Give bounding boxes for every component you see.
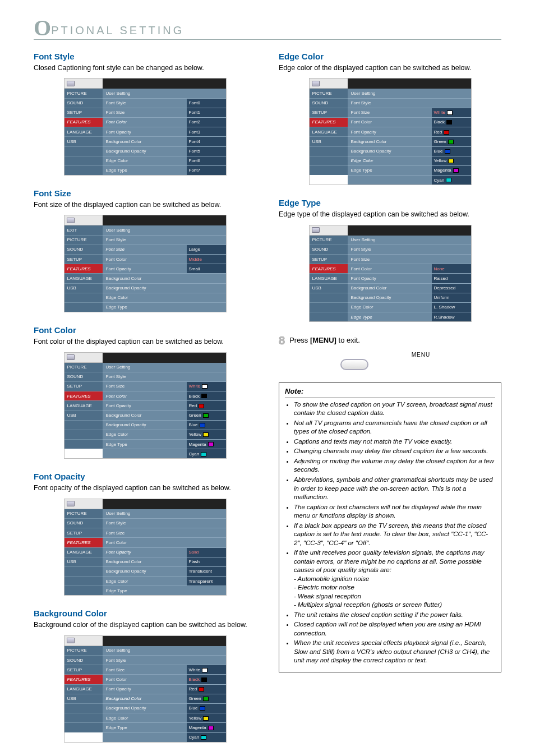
sidebar-item[interactable]: SOUND (310, 245, 348, 254)
osd-row-value[interactable]: Blue (187, 703, 226, 713)
osd-row-label[interactable]: Edge Color (103, 576, 187, 586)
osd-row-label[interactable]: Edge Color (103, 713, 187, 722)
menu-button-icon[interactable] (340, 359, 368, 370)
sidebar-item[interactable]: LANGUAGE (64, 684, 103, 694)
osd-row-label[interactable]: Font Color (103, 537, 187, 547)
osd-row-label[interactable]: User Setting (103, 225, 187, 234)
osd-row-label[interactable]: User Setting (348, 89, 432, 98)
osd-row-label[interactable]: Font Opacity (103, 400, 187, 410)
osd-row-value[interactable] (432, 98, 471, 108)
osd-row-value[interactable]: Magenta (187, 722, 226, 732)
osd-row-label[interactable]: Background Color (348, 283, 432, 293)
osd-row-value[interactable]: Translucent (187, 566, 226, 576)
osd-row-value[interactable]: Red (187, 684, 226, 694)
osd-row-label[interactable]: Font Color (103, 117, 187, 127)
osd-row-label[interactable]: Font Size (103, 245, 187, 254)
osd-row-value[interactable] (187, 528, 226, 537)
sidebar-item[interactable]: LANGUAGE (310, 273, 348, 283)
sidebar-item[interactable]: SETUP (64, 665, 103, 674)
osd-row-value[interactable]: Green (187, 694, 226, 703)
sidebar-item[interactable]: LANGUAGE (310, 127, 348, 136)
osd-row-value[interactable]: Yellow (432, 156, 471, 165)
osd-row-label[interactable]: Font Opacity (103, 264, 187, 273)
osd-row-value[interactable] (432, 236, 471, 245)
osd-row-value[interactable]: White (187, 665, 226, 674)
osd-row-label[interactable]: Font Opacity (103, 547, 187, 557)
osd-row-value[interactable] (187, 225, 226, 234)
sidebar-item[interactable]: USB (64, 694, 103, 703)
osd-row-value[interactable]: Flash (187, 557, 226, 566)
osd-row-value[interactable]: Green (187, 410, 226, 420)
sidebar-item[interactable]: SETUP (64, 254, 103, 264)
osd-row-label[interactable]: Font Style (348, 245, 432, 254)
osd-row-label[interactable]: Font Color (348, 264, 432, 273)
osd-row-label[interactable]: Background Opacity (348, 146, 432, 156)
osd-row-label[interactable]: User Setting (103, 89, 187, 98)
osd-row-label[interactable]: User Setting (103, 509, 187, 518)
osd-row-value[interactable]: Yellow (187, 713, 226, 722)
osd-row-label[interactable]: Edge Type (103, 302, 187, 312)
osd-row-label[interactable]: Font Opacity (348, 273, 432, 283)
osd-row-value[interactable] (187, 586, 226, 595)
osd-row-value[interactable]: Red (187, 400, 226, 410)
osd-row-label[interactable]: Font Style (103, 655, 187, 665)
sidebar-item[interactable]: FEATURES (310, 117, 348, 127)
osd-row-value[interactable] (432, 89, 471, 98)
osd-row-label[interactable]: Edge Type (103, 722, 187, 732)
osd-row-label[interactable]: Font Style (103, 98, 187, 108)
osd-row-label[interactable]: Edge Color (348, 302, 432, 312)
sidebar-item[interactable]: FEATURES (64, 117, 103, 127)
osd-row-value[interactable]: Font0 (187, 98, 226, 108)
osd-row-label[interactable]: Font Style (103, 372, 187, 381)
sidebar-item[interactable]: PICTURE (310, 236, 348, 245)
sidebar-item[interactable]: USB (310, 283, 348, 293)
osd-row-value[interactable]: R.Shadow (432, 312, 471, 321)
osd-row-value[interactable]: Black (187, 674, 226, 684)
sidebar-item[interactable]: EXIT (64, 225, 103, 234)
osd-row-label[interactable]: Font Size (348, 108, 432, 117)
osd-row-label[interactable]: Edge Type (348, 165, 432, 175)
sidebar-item[interactable]: USB (64, 136, 103, 146)
osd-row-value[interactable]: Font3 (187, 127, 226, 136)
osd-row-value[interactable]: Cyan (432, 175, 471, 185)
osd-row-value[interactable]: Black (432, 117, 471, 127)
sidebar-item[interactable]: SOUND (64, 245, 103, 254)
osd-row-label[interactable]: Edge Color (103, 430, 187, 439)
osd-row-label[interactable]: User Setting (348, 236, 432, 245)
osd-row-label[interactable]: Edge Type (103, 165, 187, 175)
sidebar-item[interactable]: SOUND (64, 98, 103, 108)
sidebar-item[interactable]: PICTURE (64, 363, 103, 372)
osd-row-label[interactable]: Edge Type (103, 586, 187, 595)
sidebar-item[interactable]: LANGUAGE (64, 400, 103, 410)
osd-row-value[interactable]: Cyan (187, 449, 226, 458)
osd-row-label[interactable]: Background Opacity (103, 703, 187, 713)
osd-row-value[interactable] (187, 235, 226, 245)
osd-row-value[interactable]: Blue (432, 146, 471, 156)
osd-row-label[interactable]: User Setting (103, 646, 187, 655)
osd-row-label[interactable]: Edge Type (103, 439, 187, 449)
osd-row-value[interactable]: Large (187, 245, 226, 254)
sidebar-item[interactable]: LANGUAGE (64, 547, 103, 557)
osd-row-value[interactable] (187, 293, 226, 302)
osd-row-label[interactable]: Font Style (103, 518, 187, 528)
osd-row-value[interactable]: Raised (432, 273, 471, 283)
osd-row-value[interactable]: Red (432, 127, 471, 136)
osd-row-label[interactable]: Font Size (103, 665, 187, 674)
osd-row-label[interactable]: Background Opacity (348, 293, 432, 302)
osd-row-value[interactable]: Font1 (187, 108, 226, 117)
osd-row-value[interactable]: L. Shadow (432, 302, 471, 312)
osd-row-value[interactable] (187, 363, 226, 372)
sidebar-item[interactable]: PICTURE (310, 89, 348, 98)
osd-row-label[interactable]: Background Opacity (103, 420, 187, 430)
osd-row-label[interactable]: Background Opacity (103, 146, 187, 156)
osd-row-value[interactable] (187, 518, 226, 528)
osd-row-value[interactable]: Font7 (187, 165, 226, 175)
osd-row-label[interactable]: Font Opacity (348, 127, 432, 136)
sidebar-item[interactable]: USB (64, 283, 103, 293)
osd-row-value[interactable] (187, 537, 226, 547)
osd-row-value[interactable] (187, 509, 226, 518)
osd-row-value[interactable]: Transparent (187, 576, 226, 586)
osd-row-label[interactable]: Font Size (103, 381, 187, 391)
osd-row-label[interactable]: Background Color (103, 694, 187, 703)
osd-row-value[interactable] (187, 89, 226, 98)
